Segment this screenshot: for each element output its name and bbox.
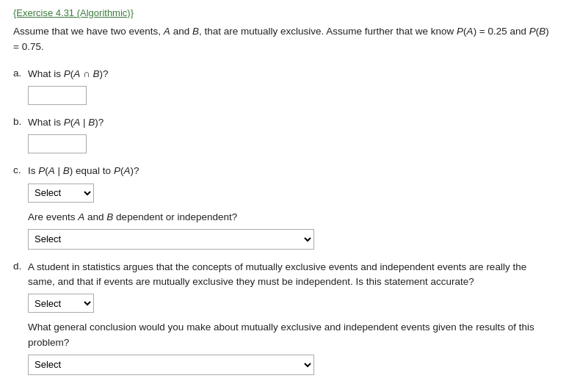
part-a-question: What is P(A ∩ B)?	[28, 67, 553, 81]
part-a-block: a. What is P(A ∩ B)?	[13, 67, 553, 105]
part-c-content: Is P(A | B) equal to P(A)? Select Yes No…	[28, 164, 553, 250]
part-c-select[interactable]: Select Yes No	[28, 184, 94, 203]
part-c-label: c.	[13, 164, 26, 175]
part-d-question: A student in statistics argues that the …	[28, 260, 553, 290]
part-a-content: What is P(A ∩ B)?	[28, 67, 553, 105]
part-b-content: What is P(A | B)?	[28, 115, 553, 153]
part-d-block: d. A student in statistics argues that t…	[13, 260, 553, 375]
part-c-sub-select[interactable]: Select Dependent Independent	[28, 229, 314, 250]
part-c-block: c. Is P(A | B) equal to P(A)? Select Yes…	[13, 164, 553, 250]
part-b-question: What is P(A | B)?	[28, 115, 553, 130]
part-d-sub-select[interactable]: Select Mutually exclusive events are alw…	[28, 355, 314, 375]
part-a-label: a.	[13, 67, 26, 79]
part-c-question: Is P(A | B) equal to P(A)?	[28, 164, 553, 178]
part-b-input[interactable]	[28, 134, 87, 153]
part-d-sub-question: What general conclusion would you make a…	[28, 320, 553, 350]
intro-text: Assume that we have two events, A and B,…	[13, 24, 553, 55]
part-b-label: b.	[13, 115, 26, 127]
part-d-content: A student in statistics argues that the …	[28, 260, 553, 375]
part-a-input[interactable]	[28, 86, 87, 105]
part-c-sub-question: Are events A and B dependent or independ…	[28, 210, 553, 225]
exercise-title[interactable]: {Exercise 4.31 (Algorithmic)}	[13, 7, 553, 18]
part-d-label: d.	[13, 260, 26, 272]
page-container: {Exercise 4.31 (Algorithmic)} Assume tha…	[0, 0, 566, 392]
part-b-block: b. What is P(A | B)?	[13, 115, 553, 153]
part-d-select[interactable]: Select Yes No	[28, 294, 94, 313]
